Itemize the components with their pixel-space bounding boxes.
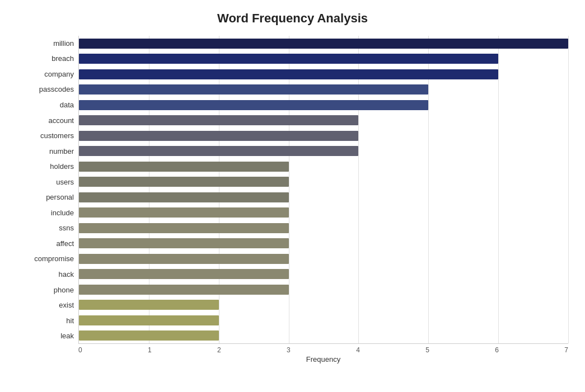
bar-row-personal bbox=[79, 191, 568, 204]
y-label-leak: leak bbox=[17, 330, 74, 342]
bar-million bbox=[79, 39, 568, 49]
bar-row-hit bbox=[79, 314, 568, 327]
bar-phone bbox=[79, 285, 289, 295]
x-tick-2: 2 bbox=[217, 346, 221, 354]
y-label-passcodes: passcodes bbox=[17, 83, 74, 96]
y-label-hit: hit bbox=[17, 315, 74, 327]
bar-row-users bbox=[79, 176, 568, 188]
bar-row-affect bbox=[79, 237, 568, 249]
y-label-personal: personal bbox=[17, 191, 74, 204]
bar-row-holders bbox=[79, 160, 568, 173]
bar-leak bbox=[79, 330, 219, 341]
x-tick-0: 0 bbox=[78, 346, 82, 354]
bar-ssns bbox=[79, 223, 289, 233]
bar-holders bbox=[79, 162, 289, 172]
bar-include bbox=[79, 207, 289, 218]
x-tick-4: 4 bbox=[356, 346, 360, 354]
y-label-phone: phone bbox=[17, 284, 74, 296]
y-label-number: number bbox=[17, 145, 74, 158]
bar-row-include bbox=[79, 206, 568, 219]
bar-affect bbox=[79, 238, 289, 248]
plot-area bbox=[78, 36, 568, 344]
x-tick-6: 6 bbox=[495, 346, 499, 354]
bar-row-hack bbox=[79, 268, 568, 280]
y-label-exist: exist bbox=[17, 299, 74, 311]
bar-row-million bbox=[79, 37, 568, 50]
chart-container: Word Frequency Analysis millionbreachcom… bbox=[0, 0, 585, 392]
chart-title: Word Frequency Analysis bbox=[17, 11, 568, 26]
bar-row-compromise bbox=[79, 253, 568, 265]
y-label-holders: holders bbox=[17, 160, 74, 173]
bar-row-customers bbox=[79, 130, 568, 142]
bar-personal bbox=[79, 192, 289, 202]
bar-row-number bbox=[79, 145, 568, 157]
bar-row-data bbox=[79, 99, 568, 111]
bar-account bbox=[79, 115, 358, 125]
y-label-breach: breach bbox=[17, 53, 74, 65]
bar-hit bbox=[79, 315, 219, 325]
bar-breach bbox=[79, 54, 498, 64]
y-label-data: data bbox=[17, 99, 74, 111]
y-label-compromise: compromise bbox=[17, 253, 74, 265]
y-label-customers: customers bbox=[17, 130, 74, 142]
bar-hack bbox=[79, 269, 289, 279]
y-label-affect: affect bbox=[17, 238, 74, 250]
y-label-include: include bbox=[17, 207, 74, 219]
x-tick-3: 3 bbox=[287, 346, 291, 354]
bar-customers bbox=[79, 131, 358, 141]
y-label-million: million bbox=[17, 37, 74, 50]
bar-company bbox=[79, 69, 498, 79]
x-tick-1: 1 bbox=[148, 346, 152, 354]
bar-row-ssns bbox=[79, 222, 568, 234]
x-tick-5: 5 bbox=[425, 346, 429, 354]
y-label-ssns: ssns bbox=[17, 222, 74, 234]
bar-row-breach bbox=[79, 53, 568, 65]
bar-row-account bbox=[79, 114, 568, 126]
bar-row-exist bbox=[79, 299, 568, 311]
bar-number bbox=[79, 146, 358, 156]
bar-exist bbox=[79, 300, 219, 310]
bar-row-leak bbox=[79, 329, 568, 342]
bar-data bbox=[79, 100, 428, 110]
y-label-account: account bbox=[17, 115, 74, 127]
y-label-company: company bbox=[17, 68, 74, 81]
bar-row-phone bbox=[79, 284, 568, 296]
bar-row-passcodes bbox=[79, 83, 568, 96]
y-axis-labels: millionbreachcompanypasscodesdataaccount… bbox=[17, 36, 78, 344]
y-label-hack: hack bbox=[17, 268, 74, 281]
bar-row-company bbox=[79, 68, 568, 81]
x-axis-label: Frequency bbox=[78, 355, 568, 363]
y-label-users: users bbox=[17, 176, 74, 188]
x-tick-7: 7 bbox=[564, 346, 568, 354]
bar-users bbox=[79, 177, 289, 187]
bar-passcodes bbox=[79, 84, 428, 95]
bar-compromise bbox=[79, 254, 289, 264]
